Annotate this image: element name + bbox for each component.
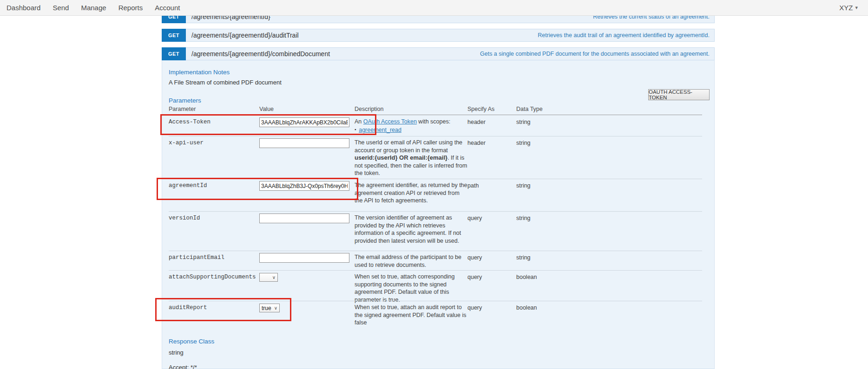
endpoint-path[interactable]: /agreements/{agreementId}/combinedDocume… xyxy=(191,50,330,58)
operation-detail-panel: Implementation Notes A File Stream of co… xyxy=(162,60,715,369)
endpoint-summary-link[interactable]: Retrieves the audit trail of an agreemen… xyxy=(538,32,710,39)
param-specify-as: header xyxy=(467,140,486,146)
endpoint-row-audit-trail[interactable]: GET /agreements/{agreementId}/auditTrail… xyxy=(162,29,715,42)
param-specify-as: header xyxy=(467,119,486,125)
implementation-notes-title: Implementation Notes xyxy=(169,69,230,76)
param-data-type: boolean xyxy=(516,274,537,280)
param-specify-as: path xyxy=(467,182,479,189)
oauth-access-token-link[interactable]: OAuth Access Token xyxy=(363,118,417,125)
param-name: versionId xyxy=(169,215,200,221)
param-data-type: string xyxy=(516,182,531,189)
nav-item-dashboard[interactable]: Dashboard xyxy=(7,4,40,12)
param-description: When set to true, attach an audit report… xyxy=(355,304,467,327)
param-name: participantEmail xyxy=(169,254,224,261)
chevron-down-icon: ▾ xyxy=(855,5,858,11)
param-name: x-api-user xyxy=(169,140,204,146)
bullet-icon: ▪ xyxy=(355,127,356,132)
http-method-badge: GET xyxy=(162,29,186,42)
endpoint-summary-link[interactable]: Gets a single combined PDF document for … xyxy=(480,51,710,57)
row-divider xyxy=(169,211,702,212)
endpoint-path[interactable]: /agreements/{agreementId}/auditTrail xyxy=(191,32,299,39)
description-text: with scopes: xyxy=(417,118,450,125)
top-navbar: Dashboard Send Manage Reports Account XY… xyxy=(0,0,868,16)
agreement-read-scope-link[interactable]: agreement_read xyxy=(359,127,401,133)
table-header-divider xyxy=(169,115,702,115)
param-description: The email address of the participant to … xyxy=(355,253,467,269)
chevron-down-icon: ∨ xyxy=(274,305,277,311)
param-data-type: string xyxy=(516,140,531,146)
col-header-data-type: Data Type xyxy=(516,106,543,112)
account-dropdown-label: XYZ xyxy=(839,4,853,12)
nav-item-account[interactable]: Account xyxy=(155,4,180,12)
parameters-title: Parameters xyxy=(169,97,201,104)
param-specify-as: query xyxy=(467,215,482,221)
access-token-value-input[interactable] xyxy=(259,117,349,127)
param-data-type: string xyxy=(516,254,531,261)
col-header-specify-as: Specify As xyxy=(467,106,494,112)
select-value: true xyxy=(262,305,271,311)
oauth-access-token-button[interactable]: OAUTH ACCESS-TOKEN xyxy=(648,89,710,100)
endpoint-row-combined-document[interactable]: GET /agreements/{agreementId}/combinedDo… xyxy=(162,47,715,60)
implementation-notes-text: A File Stream of combined PDF document xyxy=(169,79,282,86)
description-text: The userId or email of API caller using … xyxy=(355,139,462,154)
param-name: attachSupportingDocuments xyxy=(169,274,256,280)
row-divider xyxy=(169,270,702,271)
param-description: The agreement identifier, as returned by… xyxy=(355,181,467,205)
param-data-type: boolean xyxy=(516,304,537,311)
attach-supporting-documents-select[interactable]: ∨ xyxy=(259,273,278,282)
param-data-type: string xyxy=(516,119,531,125)
account-dropdown[interactable]: XYZ ▾ xyxy=(839,4,858,12)
param-name: agreementId xyxy=(169,182,207,189)
row-divider xyxy=(169,136,702,136)
row-divider xyxy=(169,301,702,301)
nav-item-reports[interactable]: Reports xyxy=(118,4,143,12)
param-name: auditReport xyxy=(169,304,207,311)
audit-report-select[interactable]: true ∨ xyxy=(259,304,280,312)
param-description: An OAuth Access Token with scopes: ▪agre… xyxy=(355,118,467,134)
api-documentation-page: Dashboard Send Manage Reports Account XY… xyxy=(0,0,868,369)
param-description: The version identifier of agreement as p… xyxy=(355,214,467,245)
param-specify-as: query xyxy=(467,304,482,311)
col-header-description: Description xyxy=(355,106,384,112)
row-divider xyxy=(169,251,702,251)
col-header-parameter: Parameter xyxy=(169,106,196,112)
description-bold-text: userid:{userId} OR email:{email} xyxy=(355,154,447,161)
response-class-title: Response Class xyxy=(169,338,214,345)
col-header-value: Value xyxy=(259,106,274,112)
accept-header-text: Accept: */* xyxy=(169,364,197,369)
response-class-value: string xyxy=(169,349,184,356)
param-description: When set to true, attach corresponding s… xyxy=(355,273,467,304)
chevron-down-icon: ∨ xyxy=(272,275,276,280)
participant-email-value-input[interactable] xyxy=(259,253,349,263)
http-method-badge: GET xyxy=(162,47,186,60)
param-specify-as: query xyxy=(467,274,482,280)
row-divider xyxy=(169,179,702,179)
description-text: An xyxy=(355,118,363,125)
param-description: The userId or email of API caller using … xyxy=(355,139,467,177)
x-api-user-value-input[interactable] xyxy=(259,138,349,148)
nav-item-manage[interactable]: Manage xyxy=(81,4,106,12)
agreement-id-value-input[interactable] xyxy=(259,181,349,191)
nav-item-send[interactable]: Send xyxy=(53,4,69,12)
param-name: Access-Token xyxy=(169,119,210,125)
param-data-type: string xyxy=(516,215,531,221)
param-specify-as: query xyxy=(467,254,482,261)
version-id-value-input[interactable] xyxy=(259,214,349,223)
